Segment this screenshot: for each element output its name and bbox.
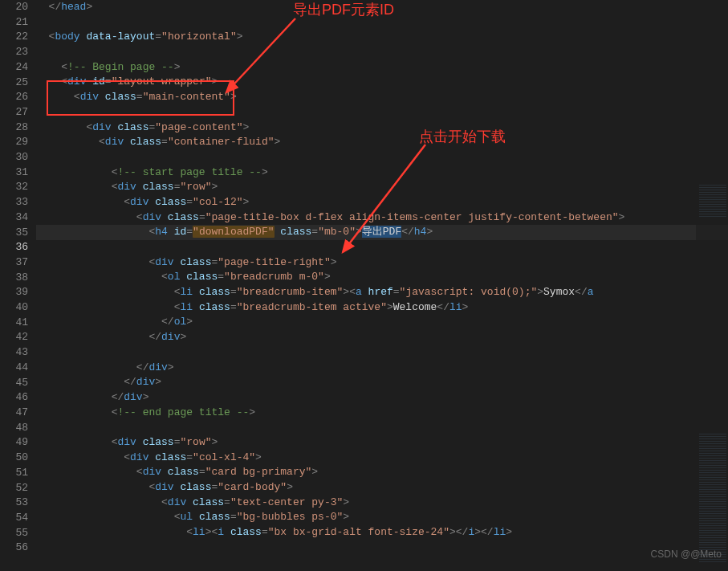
- line-number-gutter: 2021222324252627282930313233343536373839…: [0, 0, 36, 571]
- watermark: CSDN @@Meto: [651, 549, 722, 560]
- code-area[interactable]: </head> <body data-layout="horizontal"> …: [36, 0, 728, 571]
- minimap[interactable]: [696, 0, 728, 571]
- code-editor[interactable]: 2021222324252627282930313233343536373839…: [0, 0, 728, 571]
